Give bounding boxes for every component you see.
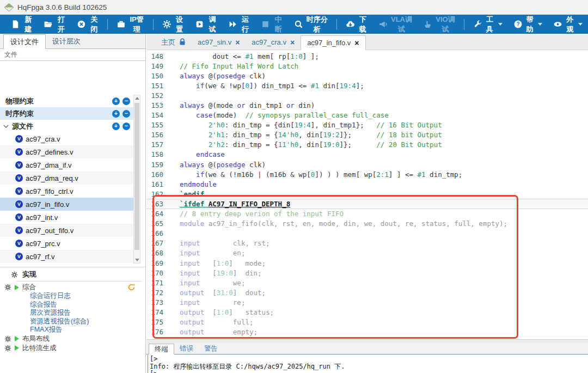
code-line[interactable]: 166 <box>146 229 588 239</box>
code-line[interactable]: 169input [1:0] mode; <box>146 258 588 268</box>
code-line[interactable]: 161endmodule <box>146 179 588 189</box>
editor-tab-ac97_in_fifo.v[interactable]: ac97_in_fifo.v× <box>301 35 365 50</box>
code-line[interactable]: 163`ifdef AC97_IN_FIFO_DEPTH_8 <box>146 199 588 209</box>
run-step-play-icon[interactable] <box>15 345 19 351</box>
code-line[interactable]: 170input [19:0] din; <box>146 268 588 278</box>
gear-icon[interactable] <box>4 284 11 291</box>
code-line[interactable]: 164// 8 entry deep verion of the input F… <box>146 209 588 219</box>
code-line[interactable]: 156 2'h1: din_tmp = {14'h0, din[19:2]}; … <box>146 130 588 140</box>
toolbar-button-ip-manager[interactable]: IP管理 <box>111 15 150 34</box>
file-tree-item[interactable]: Vac97_in_fifo.v <box>0 198 133 211</box>
step-place-route[interactable]: 布局布线 <box>0 334 145 344</box>
code-line[interactable]: 160 if(we & (!m16b | (m16b & wp[0]) ) ) … <box>146 169 588 179</box>
toolbar-button-tools[interactable]: 工具 <box>468 15 508 34</box>
code-line[interactable]: 153always @(mode or din_tmp1 or din) <box>146 100 588 110</box>
line-number: 149 <box>146 62 170 70</box>
report-link[interactable]: 综合运行日志 <box>0 292 145 301</box>
close-tab-icon[interactable]: × <box>354 39 359 47</box>
panel-tab-warnings[interactable]: 警告 <box>199 343 223 354</box>
code-line[interactable]: 151 if(we & !wp[0]) din_tmp1 <= #1 din[1… <box>146 81 588 90</box>
code-line[interactable]: 167input clk, rst; <box>146 239 588 248</box>
code-area[interactable]: 148 dout <= #1 mem[ rp[1:0] ];149// Fifo… <box>146 50 588 339</box>
code-line[interactable]: 149// Fifo Input Half Word Latch <box>146 61 588 71</box>
tree-group-physical-constraints[interactable]: 物理约束+− <box>0 95 133 107</box>
add-file-button[interactable]: + <box>112 110 120 118</box>
sidebar-tab-design-hierarchy[interactable]: 设计层次 <box>46 34 87 48</box>
close-tab-icon[interactable]: × <box>290 38 295 47</box>
file-tree-item[interactable]: Vac97_fifo_ctrl.v <box>0 185 133 198</box>
code-line[interactable]: 152 <box>146 90 588 100</box>
code-line[interactable]: 173input re; <box>146 297 588 307</box>
refresh-icon[interactable] <box>127 283 136 291</box>
toolbar-button-close[interactable]: 关闭 <box>71 15 104 34</box>
remove-file-button[interactable]: − <box>122 110 130 118</box>
file-name: ac97_dma_req.v <box>26 174 78 182</box>
add-file-button[interactable]: + <box>112 97 120 105</box>
file-tree-item[interactable]: Vac97_prc.v <box>0 237 133 250</box>
file-tree-item[interactable]: Vac97_rf.v <box>0 250 133 263</box>
panel-tab-terminal[interactable]: 终端 <box>149 344 174 354</box>
code-line[interactable]: 158 endcase <box>146 150 588 160</box>
file-tree-scrollbar[interactable] <box>133 95 140 264</box>
panel-tab-errors[interactable]: 错误 <box>174 343 199 354</box>
code-line[interactable]: 154 case(mode) // synopsys parallel_case… <box>146 111 588 120</box>
report-link[interactable]: 资源透视报告(综合) <box>0 317 145 326</box>
editor-tab-ac97_cra.v[interactable]: ac97_cra.v× <box>246 35 301 50</box>
toolbar-button-open[interactable]: 打开 <box>38 15 71 34</box>
toolbar-button-download[interactable]: 下载 <box>340 15 373 34</box>
editor-tab-ac97_sin.v[interactable]: ac97_sin.v× <box>192 35 246 50</box>
sidebar-tab-design-files[interactable]: 设计文件 <box>3 34 46 49</box>
file-tree-item[interactable]: Vac97_dma_req.v <box>0 172 133 185</box>
run-step-play-icon[interactable] <box>15 336 19 341</box>
code-line[interactable]: 165module ac97_in_fifo(clk, rst, en, mod… <box>146 219 588 229</box>
add-file-button[interactable]: + <box>112 123 120 130</box>
report-link[interactable]: FMAX报告 <box>0 326 145 334</box>
code-line[interactable]: 162`endif <box>146 189 588 199</box>
code-line[interactable]: 148 dout <= #1 mem[ rp[1:0] ]; <box>146 51 588 61</box>
sidebar-section-divider <box>0 267 145 267</box>
chevron-down-icon[interactable] <box>3 124 9 129</box>
code-line[interactable]: 174output [1:0] status; <box>146 307 588 317</box>
code-line[interactable]: 155 2'h0: din_tmp = {din[19:4], din_tmp1… <box>146 120 588 130</box>
toolbar-button-help[interactable]: ?帮助 <box>508 15 548 34</box>
code-line[interactable]: 172output [31:0] dout; <box>146 288 588 297</box>
code-line[interactable]: 176output empty; <box>146 327 588 337</box>
file-tree-item[interactable]: Vac97_dma_if.v <box>0 158 133 172</box>
toolbar-button-debug[interactable]: 调试 <box>189 15 222 34</box>
report-link[interactable]: 综合报告 <box>0 301 145 309</box>
scroll-down-arrow-icon[interactable] <box>135 259 139 261</box>
file-tree-item[interactable]: Vac97_cra.v <box>0 132 133 145</box>
scrollbar-thumb[interactable] <box>134 103 139 250</box>
gear-icon[interactable] <box>4 335 11 343</box>
file-tree-item[interactable]: Vac97_int.v <box>0 211 133 224</box>
code-line[interactable]: 168input en; <box>146 248 588 258</box>
file-tree-item[interactable]: Vac97_defines.v <box>0 145 133 158</box>
tree-group-timing-constraints[interactable]: 时序约束+− <box>0 107 133 120</box>
briefcase-icon <box>117 20 126 29</box>
code-line[interactable]: 157 2'h2: din_tmp = {11'h0, din[19:0]}; … <box>146 140 588 150</box>
toolbar-button-new[interactable]: 新建 <box>5 15 38 34</box>
tree-group-source-files[interactable]: 源文件+− <box>0 120 133 132</box>
scroll-up-arrow-icon[interactable] <box>135 97 139 100</box>
remove-file-button[interactable]: − <box>122 97 130 105</box>
code-line[interactable]: 150always @(posedge clk) <box>146 71 588 81</box>
close-tab-icon[interactable]: × <box>235 38 240 47</box>
code-text: output empty; <box>170 328 258 336</box>
step-synthesis[interactable]: 综合 <box>0 283 145 292</box>
remove-file-button[interactable]: − <box>122 123 130 130</box>
code-line[interactable]: 159always @(posedge clk) <box>146 160 588 169</box>
report-link[interactable]: 层次资源报告 <box>0 309 145 317</box>
toolbar-button-run[interactable]: 运行 <box>223 15 255 34</box>
file-tree-item[interactable]: Vac97_out_fifo.v <box>0 224 133 237</box>
toolbar-button-settings[interactable]: 设置 <box>157 15 189 34</box>
editor-tab-home[interactable]: 主页 <box>155 35 192 50</box>
gear-icon[interactable] <box>4 345 11 352</box>
panel-splitter[interactable] <box>146 339 588 343</box>
step-bitstream[interactable]: 比特流生成 <box>0 344 145 353</box>
toolbar-button-timing-analysis[interactable]: 时序分析 <box>289 15 333 34</box>
code-line[interactable]: 175output full; <box>146 317 588 327</box>
code-line[interactable]: 171input we; <box>146 278 588 288</box>
terminal-output[interactable]: [>Info: 程序输出转移至目录 C:/hqws/ac97_2025/hq_r… <box>148 355 588 373</box>
toolbar-button-appearance[interactable]: 外观 <box>548 15 588 34</box>
run-step-play-icon[interactable] <box>15 285 19 290</box>
